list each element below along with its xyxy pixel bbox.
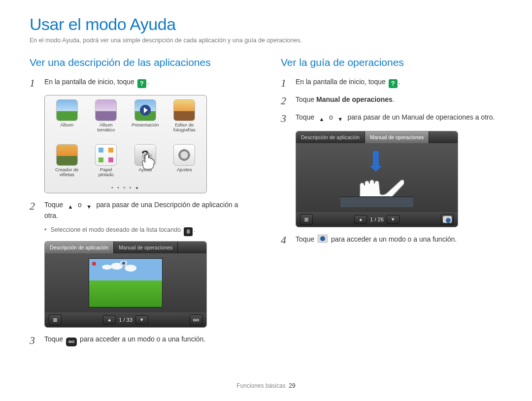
go-button[interactable]: GO bbox=[190, 314, 202, 325]
step-number: 2 bbox=[30, 200, 38, 212]
page-up-button[interactable]: ▲ bbox=[103, 315, 116, 324]
go-icon: GO bbox=[66, 338, 77, 346]
triangle-up-icon: ▲ bbox=[107, 317, 112, 322]
tab-operations-manual[interactable]: Manual de operaciones bbox=[365, 131, 429, 143]
step-text: En la pantalla de inicio, toque ?. bbox=[296, 77, 400, 88]
step-number: 3 bbox=[30, 335, 38, 346]
camera-icon bbox=[317, 234, 328, 243]
list-icon: ≣ bbox=[304, 216, 309, 223]
step-text: Toque ▲ o ▼ para pasar de una Descripció… bbox=[44, 200, 251, 220]
list-icon: ≣ bbox=[53, 316, 58, 323]
app-item-wallpaper: Papel pintado bbox=[90, 144, 123, 186]
menu-button[interactable]: ≣ bbox=[300, 214, 313, 225]
triangle-up-icon: ▲ bbox=[359, 217, 363, 222]
app-item-settings: Ajustes bbox=[168, 144, 201, 186]
help-icon: ? bbox=[137, 79, 146, 88]
step-text: Toque para acceder a un modo o a una fun… bbox=[296, 234, 457, 244]
step-number: 3 bbox=[281, 113, 290, 124]
right-column: Ver la guía de operaciones 1 En la panta… bbox=[281, 57, 502, 352]
page-footer: Funciones básicas 29 bbox=[0, 382, 532, 389]
page-down-button[interactable]: ▼ bbox=[387, 215, 399, 224]
camera-icon bbox=[443, 216, 452, 223]
preview-thumb bbox=[89, 258, 163, 308]
tab-app-description[interactable]: Descripción de aplicación bbox=[45, 242, 114, 253]
step-number: 1 bbox=[281, 77, 290, 89]
triangle-up-icon: ▲ bbox=[317, 115, 326, 123]
page-intro: En el modo Ayuda, podrá ver una simple d… bbox=[30, 37, 502, 44]
app-item-album: Álbum bbox=[51, 99, 83, 141]
page-title: Usar el modo Ayuda bbox=[30, 15, 502, 34]
step-text: Toque ▲ o ▼ para pasar de un Manual de o… bbox=[296, 113, 495, 123]
step-text: Toque Manual de operaciones. bbox=[296, 95, 395, 104]
step-number: 2 bbox=[281, 95, 290, 107]
step-text: Toque GO para acceder a un modo o a una … bbox=[44, 335, 205, 346]
hand-cursor-icon bbox=[138, 148, 161, 171]
page-up-button[interactable]: ▲ bbox=[354, 215, 367, 224]
app-item-vignette-creator: Creador de viñetas bbox=[51, 144, 83, 186]
step-number: 4 bbox=[281, 234, 290, 246]
operations-manual-screen-mock: Descripción de aplicación Manual de oper… bbox=[296, 131, 458, 227]
triangle-up-icon: ▲ bbox=[66, 202, 75, 211]
section-heading-right: Ver la guía de operaciones bbox=[281, 57, 502, 68]
arrow-down-icon bbox=[373, 151, 379, 167]
triangle-down-icon: ▼ bbox=[85, 202, 94, 211]
camera-mode-button[interactable] bbox=[441, 214, 454, 225]
triangle-down-icon: ▼ bbox=[139, 317, 144, 322]
page-down-button[interactable]: ▼ bbox=[135, 315, 148, 324]
app-item-theme-album: Álbum temático bbox=[90, 99, 123, 141]
manual-illustration bbox=[342, 148, 411, 207]
app-description-screen-mock: Descripción de aplicación Manual de oper… bbox=[44, 241, 207, 328]
app-item-photo-editor: Editor de fotografías bbox=[168, 99, 201, 141]
pager-text: 1 / 33 bbox=[119, 317, 133, 323]
list-icon: ≣ bbox=[184, 227, 193, 236]
home-screen-mock: Álbum Álbum temático Presentación Editor… bbox=[44, 95, 207, 193]
help-icon: ? bbox=[389, 79, 398, 88]
left-column: Ver una descripción de las aplicaciones … bbox=[30, 57, 251, 352]
section-heading-left: Ver una descripción de las aplicaciones bbox=[30, 57, 251, 68]
menu-button[interactable]: ≣ bbox=[49, 314, 62, 325]
step-number: 1 bbox=[30, 77, 38, 89]
pager-text: 1 / 26 bbox=[370, 216, 384, 222]
step-text: En la pantalla de inicio, toque ?. bbox=[44, 77, 149, 88]
app-item-presentation: Presentación bbox=[129, 99, 162, 141]
app-item-help: ? Ayuda bbox=[129, 144, 162, 186]
triangle-down-icon: ▼ bbox=[336, 115, 345, 123]
step-bullet: Seleccione el modo deseado de la lista t… bbox=[44, 226, 251, 236]
triangle-down-icon: ▼ bbox=[391, 217, 395, 222]
tab-app-description[interactable]: Descripción de aplicación bbox=[296, 131, 365, 143]
tab-operations-manual[interactable]: Manual de operaciones bbox=[114, 242, 178, 253]
